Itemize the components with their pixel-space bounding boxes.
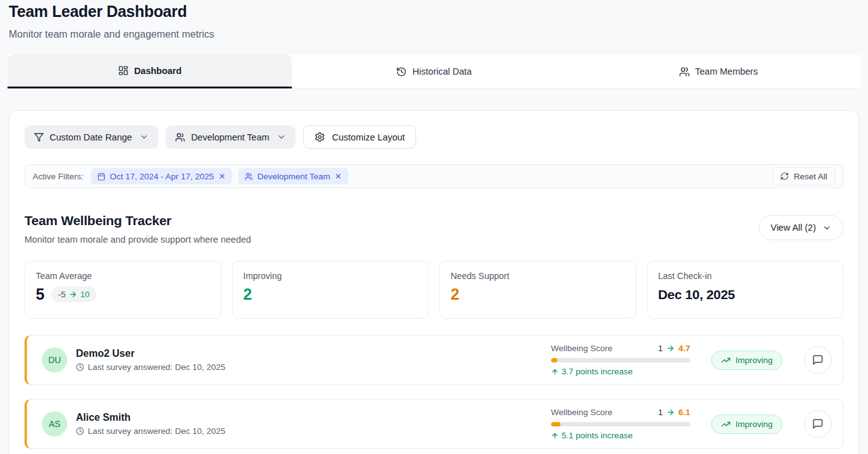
page-title: Team Leader Dashboard <box>9 3 859 21</box>
users-icon <box>245 172 253 181</box>
wellbeing-subtitle: Monitor team morale and provide support … <box>24 235 251 245</box>
score-values: 1 6.1 <box>658 408 690 417</box>
arrow-right-icon <box>667 344 675 352</box>
score-change: 5.1 points increase <box>551 431 690 440</box>
status-badge: Improving <box>711 414 783 434</box>
score-change-text: 3.7 points increase <box>562 367 633 376</box>
wellbeing-score-block: Wellbeing Score 1 6.1 <box>551 408 690 440</box>
refresh-icon <box>780 172 789 181</box>
tab-team-members[interactable]: Team Members <box>576 55 860 88</box>
tab-label: Historical Data <box>412 66 471 77</box>
dashboard-grid-icon <box>118 65 129 76</box>
score-label: Wellbeing Score <box>551 344 613 353</box>
view-all-button[interactable]: View All (2) <box>759 215 844 240</box>
stat-card-needs-support: Needs Support 2 <box>439 261 636 319</box>
wellbeing-title: Team Wellbeing Tracker <box>24 213 251 228</box>
tab-label: Team Members <box>695 66 758 77</box>
customize-layout-button[interactable]: Customize Layout <box>303 125 416 149</box>
stat-label: Needs Support <box>451 271 625 281</box>
users-icon <box>679 66 690 77</box>
chevron-down-icon <box>139 132 149 142</box>
tab-label: Dashboard <box>134 66 182 76</box>
active-filters-label: Active Filters: <box>33 172 83 181</box>
tab-dashboard[interactable]: Dashboard <box>8 55 292 88</box>
score-change: 3.7 points increase <box>551 367 690 376</box>
range-badge: -5 10 <box>51 287 97 302</box>
chevron-down-icon <box>822 223 832 233</box>
status-badge-label: Improving <box>736 420 773 429</box>
status-badge-label: Improving <box>736 356 773 365</box>
users-icon <box>175 132 185 142</box>
chat-bubble-icon <box>812 354 823 366</box>
close-icon[interactable] <box>218 172 226 180</box>
member-last-survey-text: Last survey answered: Dec 10, 2025 <box>88 426 225 436</box>
gear-icon <box>314 132 325 142</box>
score-to: 6.1 <box>678 408 690 417</box>
range-to: 10 <box>80 290 90 299</box>
customize-layout-label: Customize Layout <box>332 132 405 142</box>
stat-card-team-average: Team Average 5 -5 10 <box>24 261 222 319</box>
date-range-filter-button[interactable]: Custom Date Range <box>24 125 158 149</box>
calendar-icon <box>97 172 105 181</box>
filter-chip-label: Development Team <box>257 172 330 181</box>
clock-icon <box>76 427 84 435</box>
score-label: Wellbeing Score <box>551 408 613 417</box>
wellbeing-section-header: Team Wellbeing Tracker Monitor team mora… <box>24 213 844 245</box>
filter-row: Custom Date Range Development Team Custo… <box>24 125 844 149</box>
reset-all-button[interactable]: Reset All <box>772 167 835 186</box>
score-progress-bar <box>551 358 690 362</box>
tab-bar: Dashboard Historical Data Team Members <box>8 55 860 89</box>
chat-bubble-icon <box>812 418 823 430</box>
stat-value: 2 <box>244 285 252 304</box>
avatar: DU <box>42 347 67 372</box>
stat-value: Dec 10, 2025 <box>658 287 736 302</box>
member-last-survey-text: Last survey answered: Dec 10, 2025 <box>88 362 225 372</box>
date-range-filter-label: Custom Date Range <box>50 132 132 142</box>
arrow-right-icon <box>667 408 675 416</box>
message-button[interactable] <box>804 346 832 374</box>
team-filter-label: Development Team <box>191 132 269 142</box>
wellbeing-section-titles: Team Wellbeing Tracker Monitor team mora… <box>24 213 251 245</box>
tab-historical-data[interactable]: Historical Data <box>292 55 576 88</box>
trending-up-icon <box>721 420 731 429</box>
team-filter-button[interactable]: Development Team <box>166 125 296 149</box>
arrow-right-icon <box>69 290 77 298</box>
score-values: 1 4.7 <box>658 344 690 353</box>
score-progress-fill <box>551 422 561 426</box>
message-button[interactable] <box>804 410 832 438</box>
trending-up-icon <box>721 356 731 365</box>
arrow-up-icon <box>551 432 559 440</box>
score-progress-bar <box>551 422 690 426</box>
filter-chip-team[interactable]: Development Team <box>238 168 348 184</box>
stat-label: Last Check-in <box>658 271 833 281</box>
member-row-demo2-user: DU Demo2 User Last survey answered: Dec … <box>24 335 844 385</box>
range-from: -5 <box>58 290 66 299</box>
member-row-alice-smith: AS Alice Smith Last survey answered: Dec… <box>24 399 844 449</box>
chevron-down-icon <box>277 132 286 142</box>
stats-row: Team Average 5 -5 10 Improving 2 Needs S… <box>24 261 844 319</box>
filter-chip-date-range[interactable]: Oct 17, 2024 - Apr 17, 2025 <box>91 168 232 184</box>
score-from: 1 <box>658 344 663 353</box>
member-name: Demo2 User <box>76 348 225 359</box>
member-last-survey: Last survey answered: Dec 10, 2025 <box>76 362 225 372</box>
page-header: Team Leader Dashboard Monitor team moral… <box>0 0 868 40</box>
wellbeing-score-block: Wellbeing Score 1 4.7 <box>551 344 690 376</box>
status-badge: Improving <box>711 351 783 370</box>
view-all-label: View All (2) <box>771 223 816 233</box>
history-icon <box>396 66 407 77</box>
score-change-text: 5.1 points increase <box>562 431 633 440</box>
close-icon[interactable] <box>335 172 342 180</box>
member-info: Demo2 User Last survey answered: Dec 10,… <box>76 348 225 372</box>
stat-card-last-checkin: Last Check-in Dec 10, 2025 <box>647 261 844 319</box>
member-last-survey: Last survey answered: Dec 10, 2025 <box>76 426 225 436</box>
stat-card-improving: Improving 2 <box>232 261 429 319</box>
score-to: 4.7 <box>678 344 690 353</box>
funnel-icon <box>34 132 44 142</box>
member-right: Wellbeing Score 1 6.1 <box>551 408 832 440</box>
active-filters-bar: Active Filters: Oct 17, 2024 - Apr 17, 2… <box>24 164 844 188</box>
member-name: Alice Smith <box>76 412 225 423</box>
member-right: Wellbeing Score 1 4.7 <box>551 344 832 376</box>
page-subtitle: Monitor team morale and engagement metri… <box>9 29 859 40</box>
arrow-up-icon <box>551 368 559 376</box>
stat-value: 5 <box>36 285 45 304</box>
